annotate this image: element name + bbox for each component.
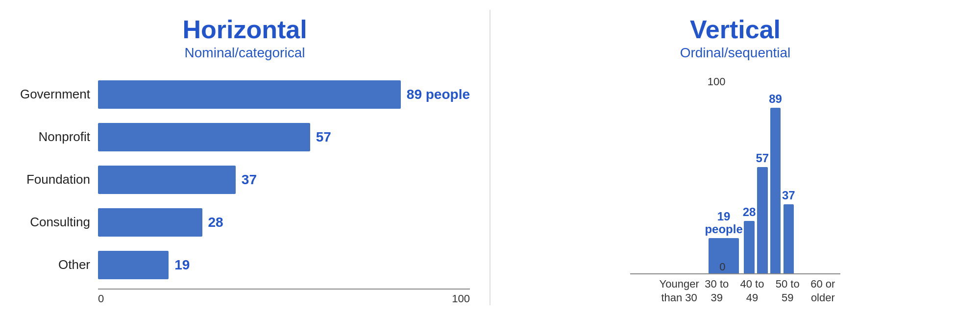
h-bar-label: Other bbox=[20, 257, 98, 272]
h-bar-value: 37 bbox=[242, 172, 257, 188]
h-bar-wrap: 19 bbox=[98, 251, 470, 279]
v-bar-value: 57 bbox=[756, 151, 769, 165]
vertical-title: Vertical bbox=[690, 15, 781, 44]
v-bar-value: 28 bbox=[743, 205, 756, 219]
h-bar-row: Consulting28 bbox=[20, 203, 470, 241]
v-x-label: 40 to 49 bbox=[735, 277, 770, 305]
h-bar-wrap: 89 people bbox=[98, 80, 470, 109]
v-bar bbox=[757, 167, 767, 273]
h-bar-wrap: 28 bbox=[98, 208, 470, 237]
v-bar-col: 37 bbox=[782, 189, 795, 273]
h-bar bbox=[98, 251, 169, 279]
v-bar-value: 89 bbox=[769, 92, 782, 106]
vertical-x-labels: Younger than 3030 to 3940 to 4950 to 596… bbox=[630, 273, 841, 305]
h-bar bbox=[98, 123, 310, 151]
horizontal-axis: 0100 bbox=[98, 289, 470, 305]
v-y-label: 0 bbox=[719, 261, 725, 273]
horizontal-subtitle: Nominal/categorical bbox=[185, 45, 305, 61]
h-bar-value: 89 people bbox=[407, 87, 470, 102]
h-bar-row: Other19 bbox=[20, 246, 470, 284]
h-bar-row: Nonprofit57 bbox=[20, 118, 470, 156]
v-x-label: 30 to 39 bbox=[699, 277, 735, 305]
h-bar-label: Government bbox=[20, 87, 98, 102]
h-bar-wrap: 57 bbox=[98, 123, 470, 151]
v-bar bbox=[744, 221, 754, 273]
v-bar bbox=[770, 108, 781, 273]
h-bar-row: Foundation37 bbox=[20, 161, 470, 198]
vertical-subtitle: Ordinal/sequential bbox=[680, 45, 791, 61]
h-bar bbox=[98, 166, 236, 194]
h-axis-label: 100 bbox=[452, 292, 470, 305]
v-x-label: Younger than 30 bbox=[660, 277, 699, 305]
v-bar-col: 89 bbox=[769, 92, 782, 273]
h-bar bbox=[98, 208, 202, 237]
horizontal-title: Horizontal bbox=[182, 15, 307, 44]
h-axis-label: 0 bbox=[98, 292, 104, 305]
horizontal-chart-area: Government89 peopleNonprofit57Foundation… bbox=[20, 75, 470, 289]
v-y-label: 100 bbox=[708, 75, 726, 88]
vertical-bars-container: 1000 19 people28578937 bbox=[675, 75, 795, 273]
v-bar-value: 37 bbox=[782, 189, 795, 202]
v-bar-col: 28 bbox=[743, 205, 756, 273]
h-bar-value: 28 bbox=[208, 215, 223, 230]
h-bar-label: Foundation bbox=[20, 172, 98, 187]
h-bar-row: Government89 people bbox=[20, 75, 470, 113]
h-bar-label: Consulting bbox=[20, 215, 98, 230]
vertical-chart-section: Vertical Ordinal/sequential 1000 19 peop… bbox=[490, 0, 980, 315]
v-x-label: 60 or older bbox=[805, 277, 840, 305]
h-bar bbox=[98, 80, 401, 109]
v-bar-col: 57 bbox=[756, 151, 769, 273]
h-bar-value: 19 bbox=[174, 257, 190, 273]
h-bar-label: Nonprofit bbox=[20, 129, 98, 145]
h-bar-value: 57 bbox=[316, 129, 331, 145]
v-bar bbox=[784, 204, 794, 273]
v-x-label: 50 to 59 bbox=[770, 277, 805, 305]
horizontal-chart-section: Horizontal Nominal/categorical Governmen… bbox=[0, 0, 490, 315]
h-bar-wrap: 37 bbox=[98, 166, 470, 194]
vertical-y-axis: 1000 bbox=[705, 75, 729, 273]
